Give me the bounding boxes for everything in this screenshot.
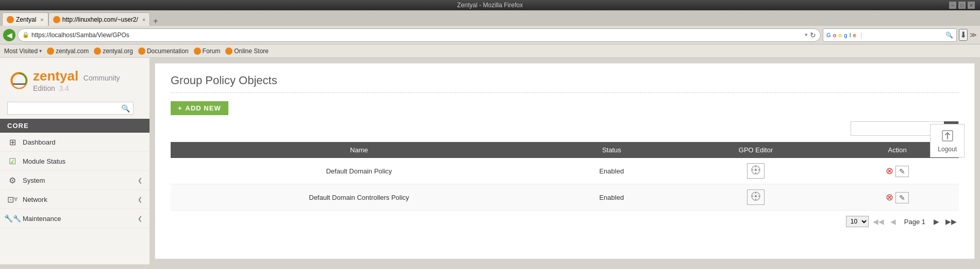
add-new-button[interactable]: + ADD NEW [171,101,228,115]
gpo-table: Name Status GPO Editor Action Default Do… [171,142,959,211]
new-tab-button[interactable]: + [150,17,161,26]
google-icon-g2: g [844,32,848,38]
next-page-button[interactable]: ▶ [932,216,941,227]
bookmark-zentyal-org[interactable]: zentyal.org [94,48,133,55]
url-bar[interactable]: 🔒 ▾ ↻ [18,28,821,42]
main-layout: zentyal Community Edition 3.4 🔍 CORE Das… [0,58,980,264]
logout-label: Logout [938,146,957,153]
sidebar-item-maintenance[interactable]: 🔧 Maintenance ❮ [0,209,150,228]
dashboard-icon [7,137,18,147]
svg-rect-2 [16,198,17,199]
row-1-delete-icon: ⊗ [886,166,893,176]
row-2-edit-button[interactable]: ✎ [895,192,909,203]
search-bar[interactable]: G o o g l e | 🔍 [823,28,957,42]
logo-name: zentyal [33,68,78,84]
refresh-icon[interactable]: ↻ [810,31,816,39]
nav-bar: ◀ 🔒 ▾ ↻ G o o g l e | 🔍 ⬇ ≫ [0,26,980,44]
sidebar-item-label-module-status: Module Status [23,157,65,165]
table-header: Name Status GPO Editor Action [171,142,959,158]
sidebar-item-module-status[interactable]: Module Status [0,152,150,171]
window-title: Zentyal - Mozilla Firefox [457,2,523,9]
sidebar: zentyal Community Edition 3.4 🔍 CORE Das… [0,58,150,264]
minimize-button[interactable]: − [949,2,956,9]
next-page-icon: ▶ [934,217,939,226]
most-visited-label: Most Visited [4,48,38,55]
row-1-action-cell: ⊗ ✎ [836,158,959,184]
title-bar: Zentyal - Mozilla Firefox − □ × [0,0,980,10]
row-1-gpo-editor-icon [751,168,761,177]
google-icon-l: l [850,32,851,38]
tab-zentyal[interactable]: Zentyal × [2,12,48,26]
col-header-name: Name [171,142,547,158]
sidebar-item-label-network: Network [23,196,47,203]
sidebar-search-input[interactable] [7,102,134,115]
search-icon: 🔍 [945,31,953,39]
maximize-button[interactable]: □ [958,2,966,9]
maintenance-arrow-icon: ❮ [138,215,142,222]
most-visited-dropdown-icon[interactable]: ▾ [39,48,42,54]
content-area: Group Policy Objects + ADD NEW 🔍 Name St… [155,63,975,259]
sidebar-item-label-system: System [23,177,45,184]
window-controls[interactable]: − □ × [949,2,975,9]
bookmark-label-zentyal-org: zentyal.org [103,48,133,55]
bookmark-documentation[interactable]: Documentation [138,48,189,55]
close-button[interactable]: × [968,2,975,9]
page-title: Group Policy Objects [171,74,959,93]
zentyal-logo-icon [10,70,28,91]
table-body: Default Domain Policy Enabled [171,158,959,211]
bookmark-zentyal-com[interactable]: zentyal.com [47,48,89,55]
sidebar-item-label-dashboard: Dashboard [23,138,56,146]
tab-close-zentyal[interactable]: × [40,17,43,23]
per-page-select[interactable]: 10 25 50 [846,216,869,227]
bookmark-favicon-zentyal-org [94,48,101,55]
tab-linuxhelp[interactable]: http://linuxhelp.com/~user2/ × [48,12,151,26]
first-page-button[interactable]: ◀◀ [871,216,886,227]
google-icon-o2: o [838,32,842,38]
most-visited-bookmark[interactable]: Most Visited ▾ [4,48,42,55]
system-arrow-icon: ❮ [138,177,142,184]
sidebar-item-dashboard[interactable]: Dashboard [0,133,150,152]
logout-button[interactable]: Logout [930,124,965,157]
url-dropdown-icon[interactable]: ▾ [805,31,808,38]
sidebar-item-system[interactable]: System ❮ [0,171,150,190]
row-2-gpo-editor-button[interactable] [747,189,765,205]
row-2-delete-icon: ⊗ [886,192,893,202]
bookmark-online-store[interactable]: Online Store [225,48,269,55]
section-header-core: CORE [0,119,150,133]
page-label: Page 1 [904,218,925,226]
bookmark-label-documentation: Documentation [147,48,189,55]
tab-favicon-zentyal [7,16,14,23]
bookmark-favicon-documentation [138,48,145,55]
add-new-label: ADD NEW [186,104,221,112]
row-1-delete-button[interactable]: ⊗ [886,165,893,177]
system-icon [7,175,18,185]
tab-label-linuxhelp: http://linuxhelp.com/~user2/ [62,16,138,23]
add-new-plus-icon: + [178,104,182,112]
sidebar-item-network[interactable]: Network ❮ [0,190,150,209]
tab-close-linuxhelp[interactable]: × [142,17,145,23]
network-arrow-icon: ❮ [138,196,142,203]
download-button[interactable]: ⬇ [959,29,968,41]
row-2-delete-button[interactable]: ⊗ [886,192,893,203]
row-1-edit-button[interactable]: ✎ [895,166,909,177]
url-input[interactable] [31,31,803,39]
sidebar-search-icon: 🔍 [121,104,130,113]
table-row: Default Domain Controllers Policy Enable… [171,184,959,211]
google-icon-o: o [833,32,837,38]
table-row: Default Domain Policy Enabled [171,158,959,184]
logo-version: 3.4 [59,84,69,92]
row-1-edit-icon: ✎ [899,167,905,176]
last-page-button[interactable]: ▶▶ [943,216,959,227]
row-1-status: Enabled [547,158,676,184]
back-button[interactable]: ◀ [3,29,15,41]
bookmark-forum[interactable]: Forum [194,48,221,55]
row-1-gpo-editor-button[interactable] [747,163,765,179]
toolbar: + ADD NEW 🔍 [171,101,959,142]
bookmark-label-online-store: Online Store [234,48,269,55]
nav-arrow-icon: ≫ [970,31,977,39]
row-2-action-cell: ⊗ ✎ [836,184,959,211]
last-page-icon: ▶▶ [945,217,957,226]
bookmark-favicon-zentyal-com [47,48,54,55]
prev-page-button[interactable]: ◀ [888,216,898,227]
google-search-input[interactable] [866,31,943,39]
